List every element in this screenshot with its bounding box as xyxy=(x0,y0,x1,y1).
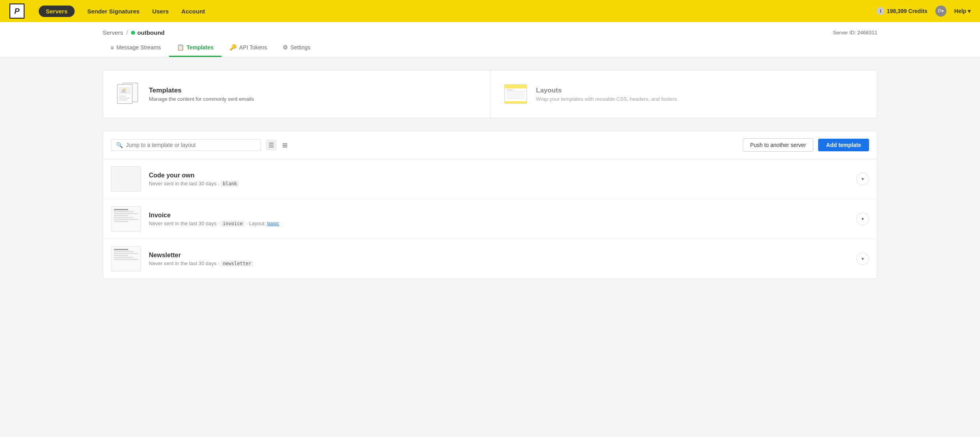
account-link[interactable]: Account xyxy=(181,8,205,15)
svg-rect-14 xyxy=(119,98,130,99)
tabs-row: ≡ Message Streams 📋 Templates 🔑 API Toke… xyxy=(0,39,980,57)
users-link[interactable]: Users xyxy=(152,8,169,15)
svg-rect-15 xyxy=(119,100,128,101)
breadcrumb-servers[interactable]: Servers xyxy=(103,29,123,36)
credits-icon: ℹ xyxy=(877,7,884,15)
list-view-button[interactable]: ☰ xyxy=(266,139,277,151)
template-dropdown-button[interactable]: ▾ xyxy=(856,252,869,265)
credits-display[interactable]: ℹ 198,399 Credits xyxy=(877,7,927,15)
template-thumbnail xyxy=(111,206,141,232)
search-icon: 🔍 xyxy=(116,142,123,148)
sender-signatures-link[interactable]: Sender Signatures xyxy=(87,8,140,15)
template-list-section: 🔍 ☰ ⊞ Push to another server Add templat… xyxy=(103,131,877,279)
topnav-right: ℹ 198,399 Credits P ▾ Help ▾ xyxy=(877,6,971,17)
template-row: Invoice Never sent in the last 30 days ·… xyxy=(103,199,877,239)
template-row: Code your own Never sent in the last 30 … xyxy=(103,159,877,199)
template-info: Code your own Never sent in the last 30 … xyxy=(149,172,239,186)
search-input[interactable] xyxy=(126,142,256,148)
settings-icon: ⚙ xyxy=(283,44,288,51)
layouts-category-card[interactable]: Layouts Wrap your templates with reusabl… xyxy=(490,70,877,118)
template-dropdown-button[interactable]: ▾ xyxy=(856,213,869,225)
template-thumbnail xyxy=(111,166,141,192)
search-box[interactable]: 🔍 xyxy=(111,139,261,151)
breadcrumb-current-server: outbound xyxy=(131,29,165,36)
sub-header: Servers / outbound Server ID: 2468311 ≡ … xyxy=(0,22,980,57)
category-cards: Templates Manage the content for commonl… xyxy=(103,70,877,118)
template-info: Newsletter Never sent in the last 30 day… xyxy=(149,252,253,266)
svg-rect-17 xyxy=(505,85,527,89)
top-navigation: P Servers Sender Signatures Users Accoun… xyxy=(0,0,980,22)
tab-templates[interactable]: 📋 Templates xyxy=(169,39,222,57)
postmark-logo[interactable]: P xyxy=(9,4,24,19)
svg-rect-21 xyxy=(507,91,524,92)
template-info: Invoice Never sent in the last 30 days ·… xyxy=(149,212,279,226)
template-meta: Never sent in the last 30 days · invoice… xyxy=(149,220,279,226)
layouts-card-text: Layouts Wrap your templates with reusabl… xyxy=(536,87,677,102)
layouts-category-icon xyxy=(503,81,528,107)
user-menu-button[interactable]: P ▾ xyxy=(935,6,946,17)
breadcrumb-separator: / xyxy=(126,29,128,36)
svg-point-12 xyxy=(124,89,126,90)
grid-view-button[interactable]: ⊞ xyxy=(279,139,290,151)
template-meta: Never sent in the last 30 days · blank xyxy=(149,181,239,186)
server-status-dot xyxy=(131,31,135,35)
svg-rect-13 xyxy=(119,96,126,97)
template-thumbnail xyxy=(111,246,141,271)
add-template-button[interactable]: Add template xyxy=(818,139,869,151)
servers-button[interactable]: Servers xyxy=(39,6,75,17)
template-dropdown-button[interactable]: ▾ xyxy=(856,173,869,185)
templates-icon: 📋 xyxy=(177,44,184,51)
templates-category-card[interactable]: Templates Manage the content for commonl… xyxy=(103,70,490,118)
view-toggle: ☰ ⊞ xyxy=(266,139,290,151)
api-tokens-icon: 🔑 xyxy=(229,44,237,51)
template-meta: Never sent in the last 30 days · newslet… xyxy=(149,260,253,266)
templates-category-icon xyxy=(116,81,141,107)
tab-message-streams[interactable]: ≡ Message Streams xyxy=(103,40,169,57)
template-toolbar: 🔍 ☰ ⊞ Push to another server Add templat… xyxy=(103,131,877,159)
toolbar-actions: Push to another server Add template xyxy=(743,138,869,152)
templates-card-text: Templates Manage the content for commonl… xyxy=(149,87,254,102)
svg-rect-19 xyxy=(507,91,524,99)
layout-link[interactable]: basic xyxy=(267,220,279,226)
server-id: Server ID: 2468311 xyxy=(833,30,877,36)
tab-settings[interactable]: ⚙ Settings xyxy=(275,39,318,57)
help-button[interactable]: Help ▾ xyxy=(954,8,971,14)
message-streams-icon: ≡ xyxy=(111,44,114,51)
breadcrumb-row: Servers / outbound Server ID: 2468311 xyxy=(0,22,980,36)
breadcrumb: Servers / outbound xyxy=(103,29,165,36)
push-to-server-button[interactable]: Push to another server xyxy=(743,138,814,152)
main-content: Templates Manage the content for commonl… xyxy=(0,57,980,292)
template-row: Newsletter Never sent in the last 30 day… xyxy=(103,239,877,279)
svg-rect-20 xyxy=(507,89,513,90)
svg-rect-18 xyxy=(505,101,527,104)
tab-api-tokens[interactable]: 🔑 API Tokens xyxy=(222,39,275,57)
